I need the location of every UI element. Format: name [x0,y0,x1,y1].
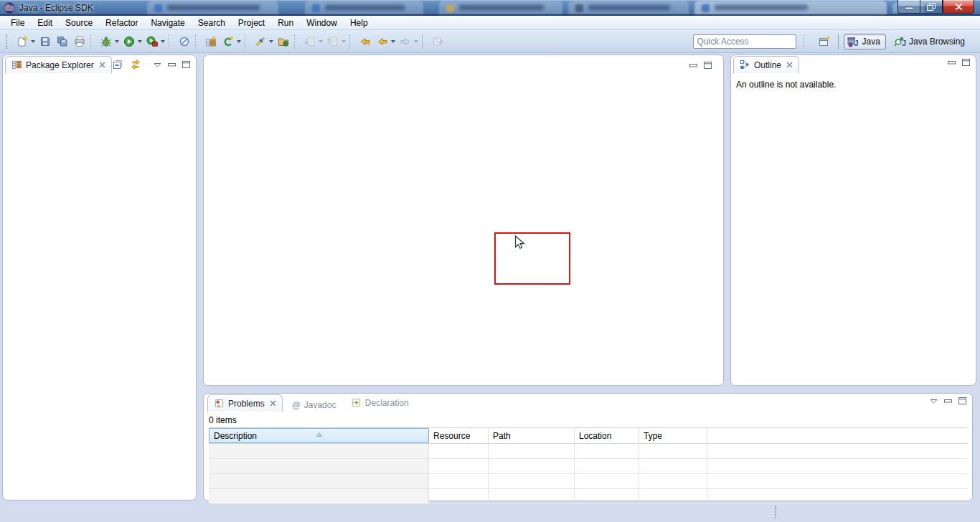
minimize-view-icon[interactable] [948,59,956,66]
save-icon[interactable] [37,33,54,50]
search-icon[interactable] [252,33,269,50]
column-header-location[interactable]: Location [575,428,639,443]
new-java-project-icon[interactable] [202,33,220,50]
minimize-view-icon[interactable] [168,61,176,68]
new-java-class-icon[interactable] [220,33,237,50]
open-task-icon[interactable] [275,33,292,50]
debug-icon[interactable] [98,33,115,50]
skip-breakpoints-icon[interactable] [176,33,193,50]
run-external-tools-icon[interactable] [143,33,161,50]
window-minimize-button[interactable] [897,0,920,14]
menu-window[interactable]: Window [300,16,344,29]
print-icon[interactable] [71,33,88,50]
background-browser-tab [439,1,562,14]
table-row [209,489,967,504]
minimize-view-icon[interactable] [689,62,697,69]
column-header-type[interactable]: Type [639,428,707,443]
run-external-tools-dropdown[interactable] [161,40,165,45]
menu-source[interactable]: Source [59,16,99,29]
next-annotation-dropdown[interactable] [319,40,323,45]
link-with-editor-icon[interactable] [130,59,141,70]
menu-project[interactable]: Project [232,16,271,29]
background-browser-tab [568,1,689,14]
tab-outline[interactable]: Outline [733,56,799,74]
new-java-class-dropdown[interactable] [237,40,241,45]
debug-dropdown[interactable] [115,40,119,45]
outline-tabstrip: Outline [731,55,976,74]
collapse-all-icon[interactable] [112,59,123,70]
menu-file[interactable]: File [4,16,31,29]
toolbar-separator [195,34,200,49]
tab-package-explorer[interactable]: Package Explorer [5,56,112,74]
forward-icon[interactable] [397,33,414,50]
maximize-view-icon[interactable] [962,59,970,66]
view-menu-icon[interactable] [154,62,161,67]
run-icon[interactable] [121,33,138,50]
perspective-java-browsing-button[interactable]: J Java Browsing [891,34,970,49]
pin-editor-icon[interactable] [429,33,446,50]
favicon-blur [154,4,162,12]
new-wizard-dropdown[interactable] [31,40,35,45]
forward-dropdown[interactable] [414,40,418,45]
mouse-cursor [514,235,525,254]
window-titlebar[interactable]: Java - Eclipse SDK [0,0,980,16]
new-wizard-icon[interactable] [14,33,31,50]
tab-problems-label: Problems [228,399,265,409]
window-close-button[interactable] [943,0,974,14]
outline-message: An outline is not available. [731,74,976,95]
outline-view: Outline An outline is not available. [730,54,976,386]
back-icon[interactable] [374,33,391,50]
menu-refactor[interactable]: Refactor [99,16,144,29]
search-dropdown[interactable] [269,40,273,45]
menu-navigate[interactable]: Navigate [144,16,191,29]
quick-access-input[interactable] [693,34,796,49]
tab-close-icon[interactable] [99,62,105,68]
problems-view: Problems @ Javadoc Declaration [203,393,973,501]
maximize-view-icon[interactable] [704,62,712,69]
column-header-description[interactable]: Description [209,428,429,443]
favicon-blur [312,4,320,12]
toolbar-separator [245,34,250,49]
tab-close-icon[interactable] [270,400,276,407]
window-title: Java - Eclipse SDK [19,3,93,13]
package-explorer-icon [11,60,22,70]
open-perspective-icon[interactable] [816,33,833,50]
package-explorer-tree[interactable] [3,74,196,497]
background-browser-tab [147,1,278,14]
maximize-view-icon[interactable] [182,61,190,68]
toolbar-separator [169,34,174,49]
save-all-icon[interactable] [54,33,71,50]
toolbar-separator [422,34,427,49]
menu-search[interactable]: Search [192,16,232,29]
problems-table-body[interactable] [209,444,967,504]
red-selection-rectangle [494,232,570,285]
tab-javadoc[interactable]: @ Javadoc [286,397,341,414]
run-dropdown[interactable] [138,40,142,45]
menu-edit[interactable]: Edit [31,16,59,29]
column-header-resource[interactable]: Resource [429,428,489,443]
tab-declaration-label: Declaration [365,398,409,408]
favicon-blur [702,4,710,12]
tab-package-explorer-label: Package Explorer [26,60,94,70]
status-bar-drag-grip[interactable] [775,506,778,518]
previous-annotation-dropdown[interactable] [341,40,346,45]
minimize-view-icon[interactable] [944,397,952,404]
table-row [209,459,967,474]
next-annotation-icon[interactable] [301,33,319,50]
menu-run[interactable]: Run [271,16,300,29]
tab-problems[interactable]: Problems [207,394,283,412]
tab-declaration[interactable]: Declaration [345,394,415,412]
back-dropdown[interactable] [391,40,395,45]
window-restore-button[interactable] [920,0,943,14]
menu-bar: File Edit Source Refactor Navigate Searc… [0,16,980,30]
perspective-java-button[interactable]: J Java [844,34,886,49]
toolbar-separator [804,34,809,49]
toolbar-drag-grip[interactable] [6,34,10,49]
maximize-view-icon[interactable] [958,397,966,404]
tab-close-icon[interactable] [786,62,793,68]
view-menu-icon[interactable] [930,399,938,404]
menu-help[interactable]: Help [344,16,374,29]
previous-annotation-icon[interactable] [324,33,341,50]
column-header-path[interactable]: Path [489,428,575,443]
last-edit-location-icon[interactable] [357,33,374,50]
